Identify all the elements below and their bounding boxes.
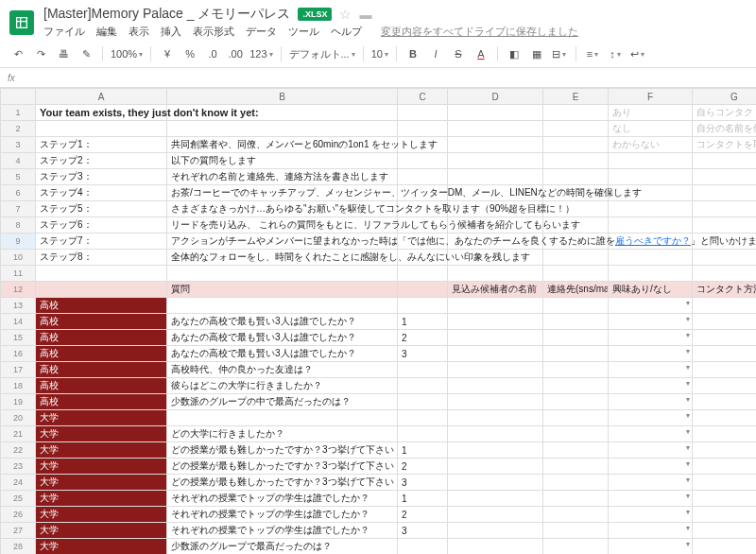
cell[interactable]: 大学	[36, 539, 167, 555]
cell[interactable]: 見込み候補者の名前	[448, 282, 543, 298]
cell[interactable]	[398, 298, 448, 314]
cell[interactable]	[448, 362, 543, 378]
cell[interactable]	[693, 217, 757, 234]
row-header[interactable]: 15	[1, 330, 36, 346]
cell[interactable]: お茶/コーヒーでのキャッチアップ、メッセンジャー、ツイッターDM、メール、LIN…	[167, 185, 398, 201]
dropdown-cell[interactable]	[609, 330, 693, 346]
row-header[interactable]: 4	[1, 153, 36, 169]
menu-ヘルプ[interactable]: ヘルプ	[331, 25, 362, 39]
cell[interactable]: 3	[398, 346, 448, 362]
dropdown-cell[interactable]	[609, 346, 693, 362]
row-header[interactable]: 12	[1, 282, 36, 298]
cell[interactable]	[448, 298, 543, 314]
row-header[interactable]: 26	[1, 507, 36, 523]
cell[interactable]	[398, 153, 448, 169]
col-header[interactable]: A	[36, 89, 167, 105]
cell[interactable]	[543, 169, 609, 185]
row-header[interactable]: 24	[1, 475, 36, 491]
cell[interactable]: アクションがチームやメンバーに望まれなかった時は「では他に、あなたのチームを良く…	[167, 234, 398, 250]
borders-icon[interactable]: ▦	[528, 44, 545, 63]
cell[interactable]	[167, 298, 398, 314]
row-header[interactable]: 21	[1, 426, 36, 442]
cell[interactable]	[543, 362, 609, 378]
row-header[interactable]: 1	[1, 105, 36, 121]
cell[interactable]: どの授業が最も難しかったですか？3つ挙げて下さい	[167, 459, 398, 475]
dropdown-cell[interactable]	[609, 442, 693, 459]
cell[interactable]	[448, 346, 543, 362]
row-header[interactable]: 11	[1, 266, 36, 282]
cell[interactable]	[448, 266, 543, 282]
cell[interactable]: 少数派のグループの中で最高だったのは？	[167, 394, 398, 410]
dropdown-cell[interactable]	[609, 475, 693, 491]
cell[interactable]	[543, 442, 609, 459]
cell[interactable]: ステップ8：	[36, 250, 167, 266]
cell[interactable]	[693, 153, 757, 169]
cell[interactable]: コンタクト方法	[693, 282, 757, 298]
print-icon[interactable]: 🖶	[55, 44, 72, 63]
dropdown-cell[interactable]	[693, 523, 757, 539]
cell[interactable]	[448, 378, 543, 394]
italic-btn[interactable]: I	[427, 44, 444, 63]
cell[interactable]	[543, 523, 609, 539]
cell[interactable]: どの授業が最も難しかったですか？3つ挙げて下さい	[167, 475, 398, 491]
cell[interactable]: 大学	[36, 507, 167, 523]
font-select[interactable]: デフォルト...	[289, 44, 355, 63]
cell[interactable]: 2	[398, 507, 448, 523]
undo-icon[interactable]: ↶	[9, 44, 26, 63]
cell[interactable]: 高校	[36, 394, 167, 410]
dropdown-cell[interactable]	[693, 491, 757, 507]
cell[interactable]: どの授業が最も難しかったですか？3つ挙げて下さい	[167, 442, 398, 459]
cell[interactable]	[398, 266, 448, 282]
dropdown-cell[interactable]	[609, 459, 693, 475]
cell[interactable]: あり	[609, 105, 693, 121]
dropdown-cell[interactable]	[609, 491, 693, 507]
col-header[interactable]: B	[167, 89, 398, 105]
cell[interactable]: それぞれの授業でトップの学生は誰でしたか？	[167, 491, 398, 507]
cell[interactable]	[543, 266, 609, 282]
paint-icon[interactable]: ✎	[77, 44, 94, 63]
currency-btn[interactable]: ¥	[159, 44, 176, 63]
cell[interactable]	[448, 507, 543, 523]
row-header[interactable]: 19	[1, 394, 36, 410]
fontsize-select[interactable]: 10	[371, 44, 388, 63]
cell[interactable]	[543, 539, 609, 555]
cell[interactable]: ステップ3：	[36, 169, 167, 185]
cell[interactable]	[609, 266, 693, 282]
cell[interactable]	[448, 523, 543, 539]
cell[interactable]	[543, 491, 609, 507]
cell[interactable]: ステップ5：	[36, 201, 167, 217]
cell[interactable]: さまざまなきっかけ…あらゆる"お願い"を駆使してコンタクトを取ります（90%超を…	[167, 201, 398, 217]
cell[interactable]	[398, 426, 448, 442]
strike-btn[interactable]: S	[450, 44, 467, 63]
cell[interactable]	[543, 507, 609, 523]
folder-icon[interactable]: ▬	[359, 8, 371, 22]
row-header[interactable]: 9	[1, 234, 36, 250]
numfmt-btn[interactable]: 123	[249, 44, 272, 63]
cell[interactable]: 大学	[36, 523, 167, 539]
dropdown-cell[interactable]	[693, 426, 757, 442]
row-header[interactable]: 27	[1, 523, 36, 539]
cell[interactable]	[609, 169, 693, 185]
col-header[interactable]	[1, 89, 36, 105]
cell[interactable]: ステップ2：	[36, 153, 167, 169]
cell[interactable]	[36, 121, 167, 137]
row-header[interactable]: 22	[1, 442, 36, 459]
col-header[interactable]: E	[543, 89, 609, 105]
valign-icon[interactable]: ↕	[607, 44, 624, 63]
cell[interactable]	[543, 394, 609, 410]
cell[interactable]: 大学	[36, 491, 167, 507]
cell[interactable]	[609, 250, 693, 266]
cell[interactable]: 大学	[36, 459, 167, 475]
menu-ファイル[interactable]: ファイル	[43, 25, 85, 39]
cell[interactable]	[543, 459, 609, 475]
cell[interactable]	[36, 282, 167, 298]
dropdown-cell[interactable]	[609, 378, 693, 394]
cell[interactable]: 高校	[36, 314, 167, 330]
cell[interactable]	[543, 105, 609, 121]
cell[interactable]: ステップ7：	[36, 234, 167, 250]
dropdown-cell[interactable]	[693, 475, 757, 491]
dropdown-cell[interactable]	[609, 394, 693, 410]
cell[interactable]	[398, 121, 448, 137]
cell[interactable]	[693, 185, 757, 201]
menu-編集[interactable]: 編集	[96, 25, 117, 39]
